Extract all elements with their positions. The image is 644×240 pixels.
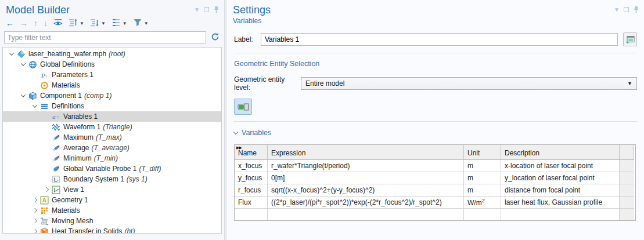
- column-header-expression[interactable]: Expression: [268, 145, 464, 160]
- tree-item-label: Component 1: [40, 92, 82, 100]
- cell-unit[interactable]: W/m2: [464, 197, 501, 209]
- cell-name[interactable]: y_focus: [235, 172, 268, 184]
- label-caption: Label:: [234, 35, 261, 43]
- cell-expression[interactable]: ((2*p_laser)/(pi*r_spot^2))*exp(-(2*r_fo…: [268, 197, 464, 209]
- panel-menu-icon[interactable]: ▼: [194, 6, 200, 13]
- cell-description[interactable]: laser heat flux, Gaussian profile: [501, 197, 620, 209]
- refresh-icon[interactable]: [210, 32, 220, 43]
- chevron-down-icon[interactable]: ▼: [144, 21, 149, 26]
- cell-description[interactable]: y_location of laser focal point: [501, 172, 620, 184]
- svg-text:a: a: [52, 113, 56, 120]
- forward-arrow-button[interactable]: →: [19, 18, 29, 28]
- collapse-all-button[interactable]: ▼: [67, 18, 85, 28]
- tree-item-heat-transfer-in-solids[interactable]: Heat Transfer in Solids(ht): [3, 226, 221, 234]
- tree-item-moving-mesh[interactable]: Moving Mesh: [3, 216, 221, 226]
- tree-item-average[interactable]: Average(T_average): [3, 143, 221, 153]
- model-tree-node-text-button[interactable]: ▼: [110, 18, 128, 28]
- table-row[interactable]: Flux((2*p_laser)/(pi*r_spot^2))*exp(-(2*…: [235, 197, 635, 209]
- panel-menu-icon[interactable]: ▼: [614, 6, 620, 13]
- tree-item-geometry-1[interactable]: AGeometry 1: [3, 195, 221, 205]
- cell-name[interactable]: x_focus: [235, 160, 268, 172]
- column-header-unit[interactable]: Unit: [464, 145, 501, 160]
- geometry-icon: A: [39, 195, 49, 205]
- rename-icon[interactable]: [623, 32, 637, 46]
- tree-item-waveform-1[interactable]: Waveform 1(Triangle): [3, 122, 221, 132]
- move-down-button[interactable]: ↓: [42, 18, 49, 28]
- tree-item-tag: (T_diff): [139, 165, 161, 173]
- global-probe-icon: [51, 164, 61, 173]
- column-header-name[interactable]: ▶▶Name: [235, 145, 268, 160]
- geometric-entity-level-label: Geometric entity level:: [234, 75, 301, 92]
- tree-item-variables-1[interactable]: a=Variables 1: [3, 111, 221, 122]
- tree-item-view-1[interactable]: View 1: [3, 184, 221, 195]
- pin-icon[interactable]: [633, 6, 639, 13]
- tree-item-minimum[interactable]: Minimum(T_min): [3, 153, 221, 163]
- cell-unit[interactable]: m: [464, 184, 501, 197]
- view-icon: [51, 185, 61, 194]
- column-header-description[interactable]: Description: [501, 145, 620, 160]
- cell-expression[interactable]: r_wafer*Triangle(t/period): [268, 160, 464, 172]
- cell-name[interactable]: r_focus: [235, 184, 268, 197]
- active-toggle-button[interactable]: [234, 99, 252, 115]
- label-input[interactable]: [261, 33, 618, 46]
- chevron-down-icon[interactable]: ▼: [123, 21, 127, 26]
- chevron-collapsed-icon[interactable]: [32, 208, 37, 213]
- cell-name[interactable]: [235, 209, 268, 221]
- table-row[interactable]: x_focusr_wafer*Triangle(t/period)mx-loca…: [235, 160, 635, 172]
- expand-all-button[interactable]: ▼: [89, 18, 107, 28]
- filter-button[interactable]: ▼: [132, 18, 150, 28]
- cell-unit[interactable]: m: [464, 172, 501, 184]
- variables-section-header[interactable]: Variables: [234, 129, 637, 137]
- tree-item-global-variable-probe-1[interactable]: Global Variable Probe 1(T_diff): [3, 163, 221, 174]
- chevron-collapsed-icon[interactable]: [32, 229, 37, 234]
- tree-item-parameters-1[interactable]: PiParameters 1: [3, 70, 221, 80]
- chevron-expanded-icon[interactable]: [20, 92, 25, 97]
- cell-filler: [620, 209, 634, 221]
- cell-expression[interactable]: [268, 209, 464, 221]
- show-button[interactable]: [52, 18, 64, 28]
- tree-item-component-1[interactable]: Component 1(comp 1): [3, 90, 221, 101]
- tree-item-boundary-system-1[interactable]: Boundary System 1(sys 1): [3, 174, 221, 184]
- forward-arrow-icon: →: [20, 19, 28, 28]
- tree-filter-input[interactable]: [4, 31, 206, 43]
- chevron-down-icon: [233, 129, 238, 134]
- back-arrow-button[interactable]: ←: [5, 18, 15, 28]
- chevron-collapsed-icon[interactable]: [44, 187, 48, 192]
- table-row[interactable]: y_focus0[m]my_location of laser focal po…: [235, 172, 635, 184]
- chevron-collapsed-icon[interactable]: [32, 198, 37, 202]
- label-row: Label:: [234, 32, 637, 46]
- pin-icon[interactable]: [213, 6, 220, 13]
- cell-name-value: y_focus: [238, 174, 262, 182]
- chevron-expanded-icon[interactable]: [9, 50, 13, 55]
- cell-unit[interactable]: m: [464, 160, 501, 172]
- cell-description[interactable]: [501, 209, 620, 221]
- cell-unit[interactable]: [464, 209, 501, 221]
- model-builder-toolbar: ←→↑↓▼▼▼▼: [0, 16, 224, 31]
- model-builder-header: Model Builder ▼: [0, 0, 224, 16]
- tree-item-label: Definitions: [52, 102, 84, 110]
- table-row[interactable]: [235, 209, 635, 221]
- cell-description[interactable]: x-location of laser focal point: [501, 160, 620, 172]
- tree-item-maximum[interactable]: Maximum(T_max): [3, 132, 221, 143]
- cell-expression[interactable]: sqrt((x-x_focus)^2+(y-y_focus)^2): [268, 184, 464, 197]
- tree-item-materials[interactable]: Materials: [3, 80, 221, 90]
- chevron-down-icon[interactable]: ▼: [80, 21, 84, 26]
- tree-item-definitions[interactable]: Definitions: [3, 101, 221, 111]
- cell-description[interactable]: distance from focal point: [501, 184, 620, 197]
- cell-name[interactable]: Flux: [235, 197, 268, 209]
- table-row[interactable]: r_focussqrt((x-x_focus)^2+(y-y_focus)^2)…: [235, 184, 635, 197]
- tree-item-global-definitions[interactable]: Global Definitions: [3, 59, 221, 70]
- move-up-button[interactable]: ↑: [33, 18, 39, 28]
- tree-item-tag: (T_average): [91, 144, 129, 152]
- tree-item-laser-heating-wafer-mph[interactable]: laser_heating_wafer.mph(root): [3, 49, 221, 59]
- detach-icon[interactable]: [204, 7, 209, 12]
- geometric-entity-level-select[interactable]: Entire model ▼: [301, 77, 637, 90]
- cell-expression[interactable]: 0[m]: [268, 172, 464, 184]
- chevron-expanded-icon[interactable]: [32, 103, 37, 107]
- chevron-collapsed-icon[interactable]: [32, 219, 37, 223]
- tree-item-materials[interactable]: Materials: [3, 205, 221, 216]
- section-divider: [234, 53, 637, 53]
- detach-icon[interactable]: [624, 7, 629, 12]
- chevron-down-icon[interactable]: ▼: [101, 21, 106, 26]
- chevron-expanded-icon[interactable]: [20, 61, 25, 66]
